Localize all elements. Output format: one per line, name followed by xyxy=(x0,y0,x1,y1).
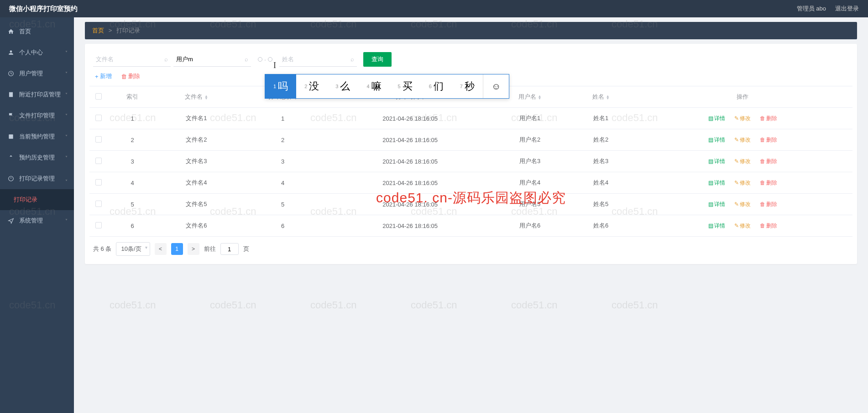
ime-candidate-2[interactable]: 2没 xyxy=(296,74,327,98)
chevron-down-icon: ˅ xyxy=(65,71,68,76)
sidebar-item-label: 打印记录 xyxy=(14,196,37,204)
goto-page-input[interactable] xyxy=(220,243,239,255)
col-name[interactable]: 姓名▲▼ xyxy=(569,86,633,108)
ime-candidate-1[interactable]: 1吗 xyxy=(265,74,296,98)
row-checkbox[interactable] xyxy=(95,222,102,228)
sidebar-item-首页[interactable]: 首页 xyxy=(0,21,74,42)
chevron-down-icon: ˅ xyxy=(65,134,68,139)
sidebar-item-label: 用户管理 xyxy=(19,69,43,78)
delete-button[interactable]: 🗑 删除 xyxy=(121,72,140,80)
date-range-input[interactable]: - xyxy=(254,57,277,62)
app-title: 微信小程序打印室预约 xyxy=(9,5,78,13)
breadcrumb-home[interactable]: 首页 xyxy=(92,27,104,34)
trash-icon: 🗑 xyxy=(760,158,765,164)
table-row: 1文件名112021-04-26 18:16:05用户名1姓名1▤ 详情✎ 修改… xyxy=(89,108,852,129)
ime-emoji-button[interactable]: ☺ xyxy=(483,74,509,98)
detail-button[interactable]: ▤ 详情 xyxy=(708,158,725,165)
edit-button[interactable]: ✎ 修改 xyxy=(734,115,751,122)
page-size-select[interactable]: 10条/页 xyxy=(116,242,150,256)
table-row: 6文件名662021-04-26 18:16:05用户名6姓名6▤ 详情✎ 修改… xyxy=(89,215,852,237)
edit-icon: ✎ xyxy=(734,158,739,164)
col-index: 索引 xyxy=(108,86,157,108)
chevron-down-icon: ˅ xyxy=(65,155,68,160)
query-button[interactable]: 查询 xyxy=(363,52,392,67)
flag-icon xyxy=(7,112,15,119)
add-button[interactable]: + 新增 xyxy=(95,72,112,80)
svg-rect-2 xyxy=(9,134,13,138)
row-delete-button[interactable]: 🗑 删除 xyxy=(760,179,777,187)
filename-input[interactable] xyxy=(93,52,171,67)
row-checkbox[interactable] xyxy=(95,115,102,121)
table-row: 5文件名552021-04-26 18:16:05用户名5姓名5▤ 详情✎ 修改… xyxy=(89,194,852,215)
edit-button[interactable]: ✎ 修改 xyxy=(734,222,751,230)
row-delete-button[interactable]: 🗑 删除 xyxy=(760,201,777,208)
sidebar-item-个人中心[interactable]: 个人中心˅ xyxy=(0,42,74,63)
ime-candidate-5[interactable]: 5买 xyxy=(390,74,421,98)
chevron-down-icon: ˅ xyxy=(65,50,68,55)
edit-button[interactable]: ✎ 修改 xyxy=(734,158,751,165)
row-delete-button[interactable]: 🗑 删除 xyxy=(760,222,777,230)
plus-icon: + xyxy=(95,73,99,80)
select-all-checkbox[interactable] xyxy=(95,93,102,100)
edit-button[interactable]: ✎ 修改 xyxy=(734,136,751,144)
detail-button[interactable]: ▤ 详情 xyxy=(708,179,725,187)
row-delete-button[interactable]: 🗑 删除 xyxy=(760,115,777,122)
username-input[interactable] xyxy=(173,52,251,67)
edit-icon: ✎ xyxy=(734,180,739,186)
breadcrumb-current: 打印记录 xyxy=(116,27,140,34)
chevron-down-icon: ˅ xyxy=(65,218,68,223)
ime-candidate-4[interactable]: 4嘛 xyxy=(358,74,389,98)
row-delete-button[interactable]: 🗑 删除 xyxy=(760,136,777,144)
detail-button[interactable]: ▤ 详情 xyxy=(708,115,725,122)
col-ops: 操作 xyxy=(633,86,852,108)
prev-page-button[interactable]: < xyxy=(155,243,167,255)
pagination: 共 6 条 10条/页 < 1 > 前往 页 xyxy=(89,242,852,256)
sidebar: 首页个人中心˅用户管理˅附近打印店管理˅文件打印管理˅当前预约管理˅预约历史管理… xyxy=(0,17,74,413)
sidebar-item-label: 附近打印店管理 xyxy=(19,90,61,99)
row-checkbox[interactable] xyxy=(95,136,102,143)
top-bar: 微信小程序打印室预约 管理员 abo 退出登录 xyxy=(0,0,868,17)
ime-candidate-6[interactable]: 6们 xyxy=(421,74,452,98)
page-1-button[interactable]: 1 xyxy=(171,243,183,255)
sidebar-item-label: 个人中心 xyxy=(19,48,43,57)
sidebar-item-系统管理[interactable]: 系统管理˅ xyxy=(0,210,74,231)
trash-icon: 🗑 xyxy=(760,201,765,207)
trash-icon: 🗑 xyxy=(760,222,765,229)
sidebar-item-文件打印管理[interactable]: 文件打印管理˅ xyxy=(0,105,74,126)
sidebar-item-用户管理[interactable]: 用户管理˅ xyxy=(0,63,74,84)
chevron-up-icon: ˄ xyxy=(65,176,68,181)
sidebar-item-打印记录[interactable]: 打印记录 xyxy=(0,189,74,210)
admin-label[interactable]: 管理员 abo xyxy=(797,5,826,13)
edit-icon: ✎ xyxy=(734,201,739,207)
sidebar-item-label: 打印记录管理 xyxy=(19,175,55,183)
sort-icon: ▲▼ xyxy=(538,95,542,100)
row-delete-button[interactable]: 🗑 删除 xyxy=(760,158,777,165)
detail-button[interactable]: ▤ 详情 xyxy=(708,136,725,144)
name-input[interactable] xyxy=(279,52,357,67)
sidebar-item-打印记录管理[interactable]: 打印记录管理˄ xyxy=(0,168,74,189)
detail-button[interactable]: ▤ 详情 xyxy=(708,222,725,230)
main-content: 首页 > 打印记录 ⌕ ⌕ - xyxy=(74,17,868,413)
logout-link[interactable]: 退出登录 xyxy=(835,5,859,13)
row-checkbox[interactable] xyxy=(95,179,102,185)
sidebar-item-当前预约管理[interactable]: 当前预约管理˅ xyxy=(0,126,74,147)
table-row: 3文件名332021-04-26 18:16:05用户名3姓名3▤ 详情✎ 修改… xyxy=(89,151,852,172)
search-icon: ⌕ xyxy=(350,56,354,63)
edit-button[interactable]: ✎ 修改 xyxy=(734,201,751,208)
edit-button[interactable]: ✎ 修改 xyxy=(734,179,751,187)
sort-icon: ▲▼ xyxy=(606,95,610,100)
building-icon xyxy=(7,91,15,98)
user-icon xyxy=(7,49,15,56)
sidebar-item-预约历史管理[interactable]: 预约历史管理˅ xyxy=(0,147,74,168)
col-filename[interactable]: 文件名▲▼ xyxy=(157,86,235,108)
next-page-button[interactable]: > xyxy=(188,243,199,255)
sidebar-item-附近打印店管理[interactable]: 附近打印店管理˅ xyxy=(0,84,74,105)
row-checkbox[interactable] xyxy=(95,158,102,164)
table-row: 2文件名222021-04-26 18:16:05用户名2姓名2▤ 详情✎ 修改… xyxy=(89,129,852,151)
row-checkbox[interactable] xyxy=(95,201,102,207)
ime-candidate-7[interactable]: 7秒 xyxy=(452,74,483,98)
detail-button[interactable]: ▤ 详情 xyxy=(708,201,725,208)
sidebar-item-label: 当前预约管理 xyxy=(19,132,55,141)
breadcrumb: 首页 > 打印记录 xyxy=(85,22,857,39)
ime-candidate-3[interactable]: 3么 xyxy=(327,74,358,98)
